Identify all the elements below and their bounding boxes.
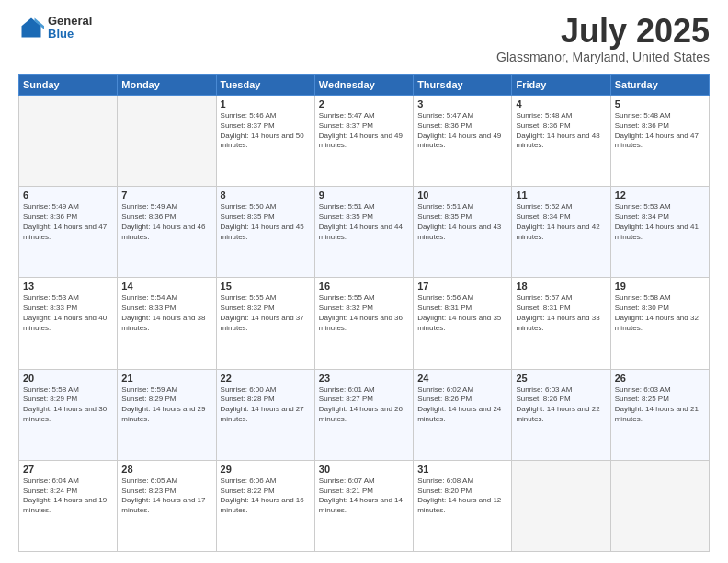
day-number: 14 [121, 281, 211, 292]
logo: General Blue [18, 15, 92, 41]
day-number: 11 [516, 190, 606, 201]
day-number: 4 [516, 98, 606, 109]
day-cell: 18Sunrise: 5:57 AMSunset: 8:31 PMDayligh… [512, 278, 610, 369]
day-cell: 6Sunrise: 5:49 AMSunset: 8:36 PMDaylight… [19, 187, 118, 278]
col-tuesday: Tuesday [216, 75, 314, 96]
day-cell [512, 460, 610, 551]
week-row-3: 13Sunrise: 5:53 AMSunset: 8:33 PMDayligh… [19, 278, 710, 369]
calendar-table: Sunday Monday Tuesday Wednesday Thursday… [18, 74, 710, 552]
day-number: 12 [615, 190, 705, 201]
logo-line2: Blue [48, 28, 92, 40]
day-cell: 15Sunrise: 5:55 AMSunset: 8:32 PMDayligh… [216, 278, 314, 369]
day-number: 20 [23, 373, 113, 384]
day-number: 28 [121, 464, 211, 475]
day-number: 19 [615, 281, 705, 292]
day-number: 24 [417, 373, 507, 384]
day-number: 29 [221, 464, 311, 475]
day-cell: 19Sunrise: 5:58 AMSunset: 8:30 PMDayligh… [610, 278, 709, 369]
day-info: Sunrise: 5:55 AMSunset: 8:32 PMDaylight:… [319, 293, 409, 333]
day-info: Sunrise: 5:53 AMSunset: 8:34 PMDaylight:… [615, 202, 705, 242]
day-number: 18 [516, 281, 606, 292]
day-info: Sunrise: 5:51 AMSunset: 8:35 PMDaylight:… [417, 202, 507, 242]
day-number: 9 [319, 190, 409, 201]
col-monday: Monday [118, 75, 216, 96]
day-info: Sunrise: 5:48 AMSunset: 8:36 PMDaylight:… [615, 111, 705, 151]
day-cell: 31Sunrise: 6:08 AMSunset: 8:20 PMDayligh… [414, 460, 512, 551]
day-number: 3 [417, 98, 507, 109]
week-row-4: 20Sunrise: 5:58 AMSunset: 8:29 PMDayligh… [19, 369, 710, 460]
day-info: Sunrise: 5:46 AMSunset: 8:37 PMDaylight:… [221, 111, 311, 151]
day-info: Sunrise: 5:54 AMSunset: 8:33 PMDaylight:… [121, 293, 211, 333]
page: General Blue July 2025 Glassmanor, Maryl… [0, 0, 728, 563]
day-info: Sunrise: 6:00 AMSunset: 8:28 PMDaylight:… [221, 385, 311, 425]
calendar-header-row: Sunday Monday Tuesday Wednesday Thursday… [19, 75, 710, 96]
day-number: 25 [516, 373, 606, 384]
col-saturday: Saturday [610, 75, 709, 96]
day-number: 22 [221, 373, 311, 384]
header: General Blue July 2025 Glassmanor, Maryl… [18, 15, 710, 64]
day-cell: 3Sunrise: 5:47 AMSunset: 8:36 PMDaylight… [414, 96, 512, 187]
day-cell: 20Sunrise: 5:58 AMSunset: 8:29 PMDayligh… [19, 369, 118, 460]
day-cell: 13Sunrise: 5:53 AMSunset: 8:33 PMDayligh… [19, 278, 118, 369]
day-cell [118, 96, 216, 187]
day-info: Sunrise: 6:06 AMSunset: 8:22 PMDaylight:… [221, 477, 311, 516]
day-cell: 24Sunrise: 6:02 AMSunset: 8:26 PMDayligh… [414, 369, 512, 460]
logo-line1: General [48, 15, 92, 28]
day-number: 2 [319, 98, 409, 109]
day-cell: 16Sunrise: 5:55 AMSunset: 8:32 PMDayligh… [314, 278, 413, 369]
day-cell: 9Sunrise: 5:51 AMSunset: 8:35 PMDaylight… [314, 187, 413, 278]
day-info: Sunrise: 5:49 AMSunset: 8:36 PMDaylight:… [121, 202, 211, 242]
day-cell: 27Sunrise: 6:04 AMSunset: 8:24 PMDayligh… [19, 460, 118, 551]
svg-marker-0 [22, 18, 41, 38]
day-cell: 17Sunrise: 5:56 AMSunset: 8:31 PMDayligh… [414, 278, 512, 369]
logo-icon [18, 15, 44, 40]
week-row-1: 1Sunrise: 5:46 AMSunset: 8:37 PMDaylight… [19, 96, 710, 187]
day-number: 30 [319, 464, 409, 475]
day-info: Sunrise: 5:50 AMSunset: 8:35 PMDaylight:… [221, 202, 311, 242]
day-info: Sunrise: 6:05 AMSunset: 8:23 PMDaylight:… [121, 477, 211, 516]
day-number: 13 [23, 281, 113, 292]
day-number: 21 [121, 373, 211, 384]
week-row-5: 27Sunrise: 6:04 AMSunset: 8:24 PMDayligh… [19, 460, 710, 551]
day-cell: 21Sunrise: 5:59 AMSunset: 8:29 PMDayligh… [118, 369, 216, 460]
day-info: Sunrise: 5:53 AMSunset: 8:33 PMDaylight:… [23, 293, 113, 333]
day-number: 6 [23, 190, 113, 201]
col-wednesday: Wednesday [314, 75, 413, 96]
logo-text: General Blue [48, 15, 92, 41]
day-cell: 12Sunrise: 5:53 AMSunset: 8:34 PMDayligh… [610, 187, 709, 278]
day-info: Sunrise: 5:48 AMSunset: 8:36 PMDaylight:… [516, 111, 606, 151]
col-friday: Friday [512, 75, 610, 96]
day-cell: 28Sunrise: 6:05 AMSunset: 8:23 PMDayligh… [118, 460, 216, 551]
day-info: Sunrise: 5:52 AMSunset: 8:34 PMDaylight:… [516, 202, 606, 242]
day-info: Sunrise: 6:03 AMSunset: 8:26 PMDaylight:… [516, 385, 606, 425]
day-cell: 30Sunrise: 6:07 AMSunset: 8:21 PMDayligh… [314, 460, 413, 551]
day-info: Sunrise: 6:08 AMSunset: 8:20 PMDaylight:… [417, 477, 507, 516]
day-info: Sunrise: 5:55 AMSunset: 8:32 PMDaylight:… [221, 293, 311, 333]
day-info: Sunrise: 6:07 AMSunset: 8:21 PMDaylight:… [319, 477, 409, 516]
col-sunday: Sunday [19, 75, 118, 96]
day-info: Sunrise: 5:49 AMSunset: 8:36 PMDaylight:… [23, 202, 113, 242]
main-title: July 2025 [496, 15, 710, 48]
day-info: Sunrise: 5:51 AMSunset: 8:35 PMDaylight:… [319, 202, 409, 242]
day-info: Sunrise: 6:02 AMSunset: 8:26 PMDaylight:… [417, 385, 507, 425]
day-number: 10 [417, 190, 507, 201]
day-number: 7 [121, 190, 211, 201]
day-info: Sunrise: 5:47 AMSunset: 8:37 PMDaylight:… [319, 111, 409, 151]
week-row-2: 6Sunrise: 5:49 AMSunset: 8:36 PMDaylight… [19, 187, 710, 278]
day-number: 5 [615, 98, 705, 109]
day-number: 8 [221, 190, 311, 201]
day-number: 31 [417, 464, 507, 475]
day-info: Sunrise: 6:01 AMSunset: 8:27 PMDaylight:… [319, 385, 409, 425]
day-info: Sunrise: 5:47 AMSunset: 8:36 PMDaylight:… [417, 111, 507, 151]
day-info: Sunrise: 5:58 AMSunset: 8:29 PMDaylight:… [23, 385, 113, 425]
day-cell: 4Sunrise: 5:48 AMSunset: 8:36 PMDaylight… [512, 96, 610, 187]
day-number: 16 [319, 281, 409, 292]
day-info: Sunrise: 5:59 AMSunset: 8:29 PMDaylight:… [121, 385, 211, 425]
day-info: Sunrise: 6:04 AMSunset: 8:24 PMDaylight:… [23, 477, 113, 516]
day-number: 17 [417, 281, 507, 292]
col-thursday: Thursday [414, 75, 512, 96]
day-info: Sunrise: 6:03 AMSunset: 8:25 PMDaylight:… [615, 385, 705, 425]
day-cell: 14Sunrise: 5:54 AMSunset: 8:33 PMDayligh… [118, 278, 216, 369]
day-cell: 22Sunrise: 6:00 AMSunset: 8:28 PMDayligh… [216, 369, 314, 460]
day-cell: 29Sunrise: 6:06 AMSunset: 8:22 PMDayligh… [216, 460, 314, 551]
